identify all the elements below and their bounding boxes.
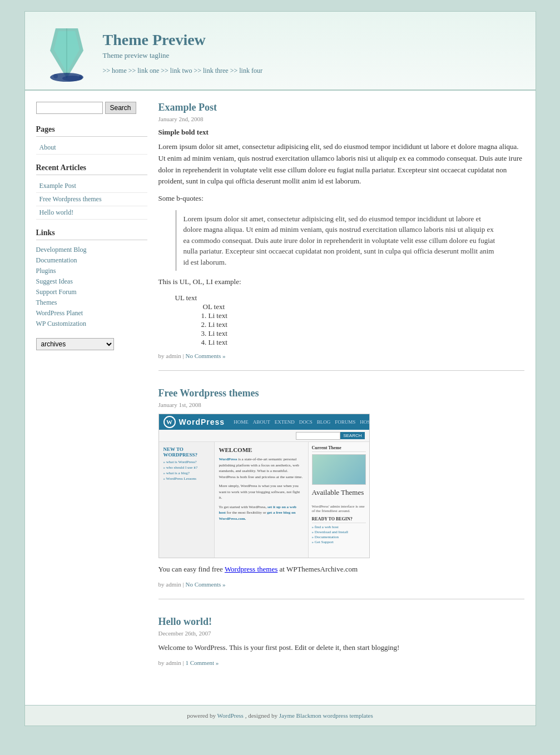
list-item: Support Forum bbox=[36, 287, 147, 297]
post-comments-link[interactable]: No Comments » bbox=[185, 352, 225, 359]
wp-nav-extend: EXTEND bbox=[275, 419, 295, 425]
link-wordpress-planet[interactable]: WordPress Planet bbox=[36, 308, 147, 319]
list-item: » Documentation bbox=[312, 535, 366, 539]
recent-article-link-2[interactable]: Free Wordpress themes bbox=[36, 193, 147, 206]
post-author: admin bbox=[166, 581, 181, 588]
wp-ready-heading: READY TO BEGIN? bbox=[312, 516, 366, 523]
wp-nav-about: ABOUT bbox=[253, 419, 270, 425]
pages-heading: Pages bbox=[36, 125, 147, 137]
search-button[interactable]: Search bbox=[105, 102, 136, 114]
wp-nav-home: HOME bbox=[234, 419, 249, 425]
post-content: W WordPress HOME ABOUT EXTEND DOCS BLOG bbox=[158, 414, 524, 575]
post-title: Example Post bbox=[158, 102, 524, 113]
pages-link-about[interactable]: About bbox=[36, 141, 147, 155]
site-tagline: Theme preview tagline bbox=[103, 51, 262, 60]
nav-link-four[interactable]: link four bbox=[239, 67, 262, 74]
nav-link-one[interactable]: link one bbox=[137, 67, 159, 74]
list-item: Hello world! bbox=[36, 206, 147, 220]
post-hello-world: Hello world! December 26th, 2007 Welcome… bbox=[158, 616, 524, 677]
archives-select: archives bbox=[36, 338, 147, 350]
recent-articles-list: Example Post Free Wordpress themes Hello… bbox=[36, 180, 147, 220]
footer-designed-by: , designed by bbox=[245, 712, 279, 719]
links-list: Development Blog Documentation Plugins S… bbox=[36, 245, 147, 329]
wp-new-links: » what is WordPress? » who should I use … bbox=[163, 460, 210, 481]
list-item: » find a web host bbox=[312, 525, 366, 529]
recent-article-link-1[interactable]: Example Post bbox=[36, 180, 147, 193]
list-item: Li text bbox=[209, 311, 508, 320]
wp-welcome-text: WordPress is a state-of-the-art semantic… bbox=[219, 456, 304, 480]
wp-nav-links: HOME ABOUT EXTEND DOCS BLOG FORUMS HOSTI… bbox=[234, 419, 369, 425]
wp-search-button[interactable]: SEARCH bbox=[340, 432, 364, 439]
wp-content-area: NEW TO WORDPRESS? » what is WordPress? »… bbox=[159, 442, 369, 558]
post-comments-link[interactable]: No Comments » bbox=[185, 581, 225, 588]
post-author: admin bbox=[166, 352, 181, 359]
footer-wordpress-link[interactable]: WordPress bbox=[217, 712, 244, 719]
body-wrapper: Search Pages About Recent Articles Examp… bbox=[25, 91, 536, 705]
wp-right-col: Current Theme Available Themes WordPress… bbox=[308, 442, 369, 558]
list-item: » WordPress Lessons bbox=[163, 476, 210, 481]
wp-logo-icon: W bbox=[163, 416, 176, 428]
wp-theme-thumbnail bbox=[312, 454, 366, 485]
site-footer: powered by WordPress , designed by Jayme… bbox=[25, 705, 536, 726]
wp-header-bar: W WordPress HOME ABOUT EXTEND DOCS BLOG bbox=[159, 414, 369, 430]
list-item: Li text bbox=[209, 320, 508, 329]
list-item: » what is WordPress? bbox=[163, 460, 210, 464]
footer-designer-link[interactable]: Jayme Blackmon wordpress templates bbox=[279, 712, 373, 719]
wp-search-input[interactable] bbox=[296, 432, 340, 440]
archives-dropdown[interactable]: archives bbox=[36, 338, 114, 350]
site-logo bbox=[42, 23, 92, 84]
link-wp-customization[interactable]: WP Customization bbox=[36, 319, 147, 329]
recent-articles-heading: Recent Articles bbox=[36, 163, 147, 175]
nav-link-home[interactable]: home bbox=[112, 67, 127, 74]
link-dev-blog[interactable]: Development Blog bbox=[36, 245, 147, 255]
post-comments-link[interactable]: 1 Comment » bbox=[185, 659, 219, 666]
post-free-wordpress-themes: Free Wordpress themes January 1st, 2008 … bbox=[158, 388, 524, 599]
post-date: January 2nd, 2008 bbox=[158, 116, 524, 122]
post-body-text: You can easy find free Wordpress themes … bbox=[158, 564, 524, 575]
wp-logo-area: W WordPress bbox=[163, 416, 225, 428]
list-item: About bbox=[36, 141, 147, 155]
wp-left-sidebar: NEW TO WORDPRESS? » what is WordPress? »… bbox=[159, 442, 215, 558]
post-author: admin bbox=[166, 659, 181, 666]
link-suggest-ideas[interactable]: Suggest Ideas bbox=[36, 276, 147, 287]
ul-text: UL text bbox=[175, 294, 508, 302]
pages-list: About bbox=[36, 141, 147, 155]
post-footer: by admin | No Comments » bbox=[158, 581, 524, 588]
search-input[interactable] bbox=[36, 102, 103, 114]
wp-wordmark: WordPress bbox=[179, 418, 225, 426]
post-title-link[interactable]: Hello world! bbox=[158, 616, 212, 627]
wp-get-started: To get started with WordPress, set it up… bbox=[219, 504, 304, 522]
wp-main-col: WELCOME WordPress is a state-of-the-art … bbox=[215, 442, 308, 558]
post-example-post: Example Post January 2nd, 2008 Simple bo… bbox=[158, 102, 524, 371]
ul-ol-example: UL text OL text Li text Li text Li text … bbox=[175, 294, 508, 347]
recent-article-link-3[interactable]: Hello world! bbox=[36, 206, 147, 220]
post-date: January 1st, 2008 bbox=[158, 401, 524, 408]
nav-prefix: >> bbox=[103, 67, 111, 74]
wp-ready-links: » find a web host » Download and Install… bbox=[312, 525, 366, 544]
nav-link-three[interactable]: link three bbox=[203, 67, 229, 74]
site-header: Theme Preview Theme preview tagline >> h… bbox=[25, 12, 536, 91]
sidebar: Search Pages About Recent Articles Examp… bbox=[36, 102, 147, 694]
post-content: Simple bold text Lorem ipsum dolor sit a… bbox=[158, 128, 524, 347]
link-themes[interactable]: Themes bbox=[36, 297, 147, 308]
wp-nav-blog: BLOG bbox=[317, 419, 331, 425]
link-support-forum[interactable]: Support Forum bbox=[36, 287, 147, 297]
post-title-link[interactable]: Free Wordpress themes bbox=[158, 388, 259, 399]
wp-search-bar: SEARCH bbox=[159, 430, 369, 442]
link-documentation[interactable]: Documentation bbox=[36, 255, 147, 266]
nav-link-two[interactable]: link two bbox=[170, 67, 192, 74]
site-title: Theme Preview bbox=[103, 31, 262, 49]
post-content: Welcome to WordPress. This is your first… bbox=[158, 642, 524, 654]
post-body-text: Welcome to WordPress. This is your first… bbox=[158, 642, 524, 654]
wp-nav-docs: DOCS bbox=[299, 419, 313, 425]
list-item: Li text bbox=[209, 329, 508, 338]
link-plugins[interactable]: Plugins bbox=[36, 266, 147, 276]
list-item: » what is a blog? bbox=[163, 471, 210, 475]
list-item: Free Wordpress themes bbox=[36, 193, 147, 206]
blockquote-intro: Some b-quotes: bbox=[158, 193, 524, 205]
wordpress-themes-link[interactable]: Wordpress themes bbox=[225, 565, 277, 573]
post-title-link[interactable]: Example Post bbox=[158, 102, 217, 113]
post-body-text: Lorem ipsum dolor sit amet, consectetur … bbox=[158, 141, 524, 187]
list-item: Suggest Ideas bbox=[36, 276, 147, 287]
links-heading: Links bbox=[36, 229, 147, 240]
